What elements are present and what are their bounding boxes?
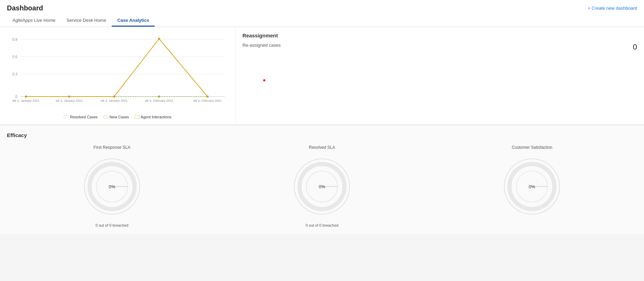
svg-text:0%: 0% xyxy=(109,184,115,189)
svg-text:wk 2, January 2021: wk 2, January 2021 xyxy=(12,99,39,102)
gauge-first-response-sla: First Response SLA 0% 0 out of 0 bre xyxy=(7,145,217,227)
svg-text:0: 0 xyxy=(15,95,17,99)
top-section: 0.9 0.6 0.3 0 wk 2, January 2021 wk 3, J… xyxy=(0,27,644,125)
legend-resolved: Resolved Cases xyxy=(64,115,98,119)
svg-text:wk 6, February 2021: wk 6, February 2021 xyxy=(193,99,222,102)
line-chart: 0.9 0.6 0.3 0 wk 2, January 2021 wk 3, J… xyxy=(7,33,228,112)
svg-point-27 xyxy=(158,38,160,40)
legend-agent: Agent Interactions xyxy=(135,115,172,119)
svg-point-22 xyxy=(158,96,160,98)
create-new-dashboard-link[interactable]: + Create new dashboard xyxy=(588,6,637,11)
gauge-first-response-sla-chart: 0% xyxy=(81,155,143,218)
svg-text:0%: 0% xyxy=(529,184,535,189)
top-bar: Dashboard + Create new dashboard AgileAp… xyxy=(0,0,644,27)
red-indicator-dot xyxy=(263,79,265,81)
reassignment-section: Reassignment Re-assigned cases 0 xyxy=(236,27,644,125)
reassignment-count: 0 xyxy=(633,43,637,52)
svg-point-24 xyxy=(25,96,27,98)
gauge-customer-satisfaction: Customer Satisfaction 0% xyxy=(427,145,637,223)
efficacy-section: Efficacy First Response SLA 0% xyxy=(0,125,644,234)
gauge-first-response-sla-label: First Response SLA xyxy=(93,145,130,150)
gauge-customer-satisfaction-label: Customer Satisfaction xyxy=(512,145,552,150)
chart-legend: Resolved Cases New Cases Agent Interacti… xyxy=(7,115,228,119)
legend-new-label: New Cases xyxy=(110,115,129,119)
tab-bar: AgileApps Live Home Service Desk Home Ca… xyxy=(7,15,637,27)
svg-text:wk 4, January 2021: wk 4, January 2021 xyxy=(100,99,128,102)
legend-new: New Cases xyxy=(103,115,129,119)
reassignment-title: Reassignment xyxy=(242,33,637,38)
gauge-customer-satisfaction-chart: 0% xyxy=(501,155,563,218)
svg-text:0.9: 0.9 xyxy=(12,38,17,42)
reassignment-label: Re-assigned cases xyxy=(242,43,281,48)
reassignment-row: Re-assigned cases 0 xyxy=(242,43,637,52)
main-content: 0.9 0.6 0.3 0 wk 2, January 2021 wk 3, J… xyxy=(0,27,644,234)
tab-agileapps[interactable]: AgileApps Live Home xyxy=(7,15,61,27)
svg-point-25 xyxy=(68,96,70,98)
gauges-row: First Response SLA 0% 0 out of 0 bre xyxy=(7,145,637,227)
svg-text:wk 3, January 2021: wk 3, January 2021 xyxy=(55,99,83,102)
gauge-resolved-sla: Resolved SLA 0% 0 out of 0 breached xyxy=(217,145,427,227)
svg-point-26 xyxy=(113,96,115,98)
gauge-resolved-sla-label: Resolved SLA xyxy=(309,145,335,150)
chart-section: 0.9 0.6 0.3 0 wk 2, January 2021 wk 3, J… xyxy=(0,27,236,125)
legend-resolved-label: Resolved Cases xyxy=(70,115,98,119)
page-title: Dashboard xyxy=(7,4,43,12)
gauge-resolved-sla-breached: 0 out of 0 breached xyxy=(306,223,339,227)
gauge-first-response-sla-breached: 0 out of 0 breached xyxy=(95,223,128,227)
legend-agent-label: Agent Interactions xyxy=(141,115,172,119)
tab-caseanalytics[interactable]: Case Analytics xyxy=(112,15,155,27)
svg-text:0.6: 0.6 xyxy=(12,55,17,59)
svg-text:0%: 0% xyxy=(319,184,325,189)
tab-servicedesk[interactable]: Service Desk Home xyxy=(61,15,112,27)
svg-text:0.3: 0.3 xyxy=(12,72,17,76)
chart-svg: 0.9 0.6 0.3 0 wk 2, January 2021 wk 3, J… xyxy=(7,33,228,112)
efficacy-title: Efficacy xyxy=(7,132,637,138)
svg-text:wk 5, February 2021: wk 5, February 2021 xyxy=(145,99,173,102)
svg-point-28 xyxy=(206,96,209,98)
gauge-resolved-sla-chart: 0% xyxy=(291,155,353,218)
